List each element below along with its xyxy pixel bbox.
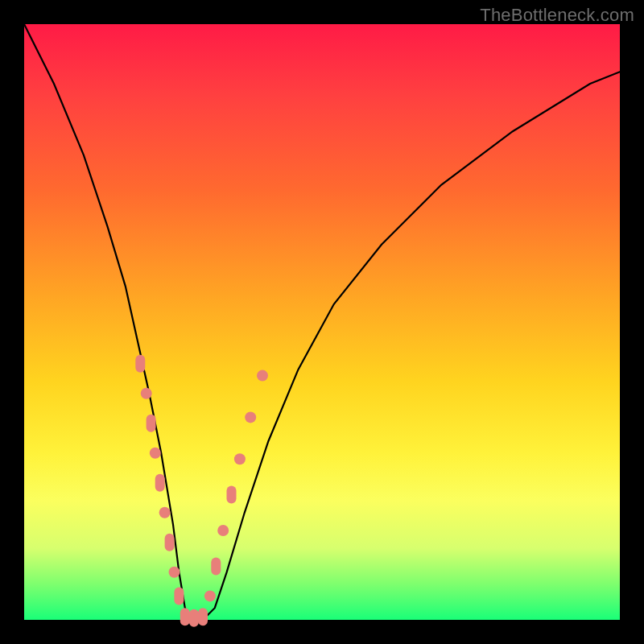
marker-pill [211,557,221,575]
marker-pill [227,486,237,504]
chart-frame: TheBottleneck.com [0,0,644,644]
marker-dot [245,411,256,423]
marker-dot [141,388,152,399]
marker-pill [147,415,156,432]
watermark-text: TheBottleneck.com [480,5,634,26]
marker-dot [217,525,229,536]
marker-pill [155,474,165,492]
marker-dot [257,370,268,382]
marker-group [135,355,268,627]
marker-pill [189,609,199,627]
plot-area [24,24,620,620]
marker-pill [165,534,175,551]
marker-dot [159,507,171,518]
marker-dot [150,448,161,459]
marker-dot [204,590,216,601]
bottleneck-curve [24,24,620,620]
marker-pill [180,608,190,625]
marker-pill [174,587,184,605]
marker-pill [135,355,145,373]
marker-dot [234,453,246,464]
marker-pill [198,608,208,625]
marker-dot [169,567,180,578]
curve-svg [24,24,620,620]
